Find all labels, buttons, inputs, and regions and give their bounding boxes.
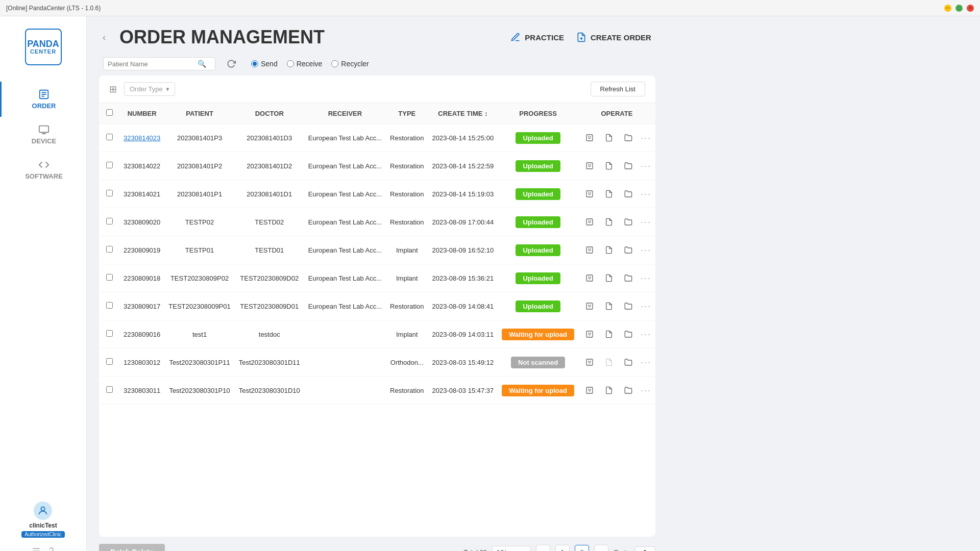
more-options-icon[interactable]: ··· — [641, 329, 651, 340]
document-icon[interactable] — [602, 327, 616, 341]
sidebar-item-device[interactable]: DEVICE — [0, 117, 86, 152]
logo-area: PANDA CENTER — [21, 24, 66, 69]
practice-button[interactable]: PRACTICE — [510, 32, 564, 42]
row-checkbox[interactable] — [106, 302, 113, 309]
more-options-icon[interactable]: ··· — [641, 301, 651, 312]
send-radio[interactable] — [251, 60, 258, 67]
search-input[interactable] — [108, 60, 194, 68]
refresh-icon[interactable] — [224, 56, 239, 71]
recycler-radio[interactable] — [331, 60, 338, 67]
receiver-header: RECEIVER — [304, 103, 386, 124]
row-create-time: 2023-08-14 15:22:59 — [428, 152, 498, 180]
help-icon[interactable]: ? — [48, 546, 54, 551]
row-operate: ··· — [578, 377, 655, 405]
row-checkbox[interactable] — [106, 134, 113, 140]
row-number[interactable]: 3230814023 — [119, 124, 164, 152]
sidebar-item-software[interactable]: SOFTWARE — [0, 152, 86, 187]
row-progress: Uploaded — [498, 124, 578, 152]
create-time-header[interactable]: CREATE TIME ↕ — [428, 103, 498, 124]
folder-icon[interactable] — [621, 243, 635, 257]
row-checkbox[interactable] — [106, 330, 113, 337]
per-page-select[interactable]: 10/page ▾ — [492, 546, 531, 552]
more-options-icon[interactable]: ··· — [641, 385, 651, 396]
scan-icon[interactable] — [582, 187, 597, 201]
more-options-icon[interactable]: ··· — [641, 357, 651, 368]
row-number: 2230809018 — [119, 264, 164, 292]
more-options-icon[interactable]: ··· — [641, 245, 651, 256]
document-icon[interactable] — [602, 243, 616, 257]
scan-icon[interactable] — [582, 243, 597, 257]
select-all-checkbox[interactable] — [106, 109, 113, 116]
order-type-select[interactable]: Order Type ▾ — [124, 82, 175, 96]
folder-icon[interactable] — [621, 355, 635, 369]
minimize-button[interactable]: ─ — [944, 5, 951, 12]
collapse-sidebar-button[interactable]: ‹ — [97, 30, 111, 44]
table-toolbar: ⊞ Order Type ▾ Refresh List — [99, 76, 655, 103]
document-icon[interactable] — [602, 187, 616, 201]
receive-radio-label[interactable]: Receive — [287, 60, 323, 68]
scan-icon[interactable] — [582, 383, 597, 397]
folder-icon[interactable] — [621, 187, 635, 201]
scan-icon[interactable] — [582, 299, 597, 313]
row-create-time: 2023-08-03 15:49:12 — [428, 348, 498, 377]
more-options-icon[interactable]: ··· — [641, 273, 651, 284]
scan-icon[interactable] — [582, 355, 597, 369]
document-icon[interactable] — [602, 131, 616, 145]
close-button[interactable]: ✕ — [967, 5, 974, 12]
more-options-icon[interactable]: ··· — [641, 217, 651, 228]
document-icon[interactable] — [602, 271, 616, 285]
create-order-button[interactable]: CREATE ORDER — [576, 32, 651, 42]
row-checkbox[interactable] — [106, 190, 113, 196]
prev-page-button[interactable]: ‹ — [536, 545, 550, 551]
page-1-button[interactable]: 1 — [555, 545, 570, 551]
next-page-button[interactable]: › — [594, 545, 608, 551]
more-options-icon[interactable]: ··· — [641, 133, 651, 143]
page-2-button[interactable]: 2 — [575, 545, 589, 551]
folder-icon[interactable] — [621, 215, 635, 229]
row-checkbox[interactable] — [106, 218, 113, 224]
scan-icon[interactable] — [582, 215, 597, 229]
goto-label: Go to — [614, 548, 630, 552]
refresh-list-button[interactable]: Refresh List — [591, 82, 645, 96]
row-receiver: European Test Lab Acc... — [304, 292, 386, 320]
row-checkbox[interactable] — [106, 246, 113, 253]
row-checkbox[interactable] — [106, 386, 113, 393]
menu-icon[interactable]: ☰ — [32, 546, 40, 551]
document-icon[interactable] — [602, 159, 616, 173]
row-create-time: 2023-08-09 14:08:41 — [428, 292, 498, 320]
more-options-icon[interactable]: ··· — [641, 189, 651, 199]
scan-icon[interactable] — [582, 159, 597, 173]
sidebar-item-order[interactable]: ORDER — [0, 82, 86, 117]
row-checkbox[interactable] — [106, 274, 113, 281]
row-operate: ··· — [578, 208, 655, 236]
search-icon[interactable]: 🔍 — [198, 60, 206, 68]
operate-icons: ··· — [582, 159, 651, 173]
row-checkbox-cell — [99, 320, 119, 348]
scan-icon[interactable] — [582, 131, 597, 145]
maximize-button[interactable]: □ — [955, 5, 963, 12]
goto-input[interactable] — [635, 546, 655, 552]
row-create-time: 2023-08-09 14:03:11 — [428, 320, 498, 348]
document-icon[interactable] — [602, 215, 616, 229]
document-icon[interactable] — [602, 299, 616, 313]
scan-icon[interactable] — [582, 327, 597, 341]
select-all-header — [99, 103, 119, 124]
receive-radio[interactable] — [287, 60, 294, 67]
recycler-label: Recycler — [341, 60, 369, 68]
batch-delete-button[interactable]: Batch Delete — [99, 544, 165, 551]
folder-icon[interactable] — [621, 131, 635, 145]
folder-icon[interactable] — [621, 271, 635, 285]
recycler-radio-label[interactable]: Recycler — [331, 60, 369, 68]
folder-icon[interactable] — [621, 383, 635, 397]
document-icon[interactable] — [602, 383, 616, 397]
row-checkbox[interactable] — [106, 358, 113, 365]
send-radio-label[interactable]: Send — [251, 60, 278, 68]
row-checkbox-cell — [99, 152, 119, 180]
folder-icon[interactable] — [621, 159, 635, 173]
grid-view-icon[interactable]: ⊞ — [109, 84, 117, 95]
scan-icon[interactable] — [582, 271, 597, 285]
folder-icon[interactable] — [621, 327, 635, 341]
more-options-icon[interactable]: ··· — [641, 161, 651, 171]
row-checkbox[interactable] — [106, 162, 113, 168]
folder-icon[interactable] — [621, 299, 635, 313]
